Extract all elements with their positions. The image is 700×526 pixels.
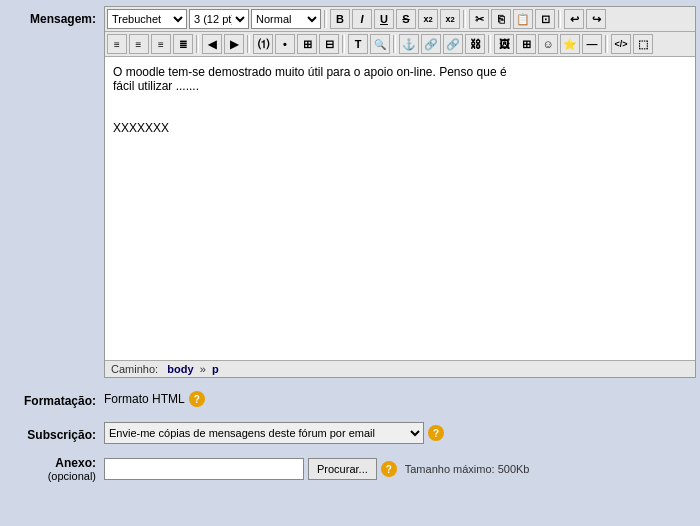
paste-button[interactable]: 📋 — [513, 9, 533, 29]
insert-link2-button[interactable]: 🔗 — [443, 34, 463, 54]
toolbar-sep-2 — [463, 10, 466, 28]
redo-button[interactable]: ↪ — [586, 9, 606, 29]
subscricao-content: Envie-me cópias de mensagens deste fórum… — [104, 422, 444, 444]
toolbar-sep-7 — [393, 35, 396, 53]
font-family-select[interactable]: Trebuchet — [107, 9, 187, 29]
undo-button[interactable]: ↩ — [564, 9, 584, 29]
anexo-label-text: Anexo: — [4, 456, 96, 470]
bold-button[interactable]: B — [330, 9, 350, 29]
ordered-list-button[interactable]: ⑴ — [253, 34, 273, 54]
formatacao-content: Formato HTML ? — [104, 391, 205, 407]
editor-wrapper-cell: Trebuchet 3 (12 pt) Normal B I U S x2 x2 — [104, 6, 696, 378]
strikethrough-button[interactable]: S — [396, 9, 416, 29]
paste-text-button[interactable]: ⊡ — [535, 9, 555, 29]
statusbar-body-link[interactable]: body — [167, 363, 193, 375]
style-select[interactable]: Normal — [251, 9, 321, 29]
format-value: Formato HTML — [104, 392, 185, 406]
align-justify-button[interactable]: ≣ — [173, 34, 193, 54]
formatacao-label: Formatação: — [4, 390, 104, 408]
toolbar-sep-8 — [488, 35, 491, 53]
insert-media-button[interactable]: ⭐ — [560, 34, 580, 54]
font-size-select[interactable]: 3 (12 pt) — [189, 9, 249, 29]
toolbar-sep-6 — [342, 35, 345, 53]
editor-statusbar: Caminho: body » p — [105, 360, 695, 377]
statusbar-sep: » — [200, 363, 206, 375]
insert-char-button[interactable]: T — [348, 34, 368, 54]
toolbar-row-2: ≡ ≡ ≡ ≣ ◀ ▶ ⑴ • ⊞ ⊟ T 🔍 ⚓ — [105, 32, 695, 57]
list-props-button[interactable]: ⊞ — [297, 34, 317, 54]
subscript-button[interactable]: x2 — [418, 9, 438, 29]
anexo-help-icon[interactable]: ? — [381, 461, 397, 477]
align-center-button[interactable]: ≡ — [129, 34, 149, 54]
mensagem-label: Mensagem: — [4, 6, 104, 26]
toolbar-sep-5 — [247, 35, 250, 53]
underline-button[interactable]: U — [374, 9, 394, 29]
anexo-content: Procurar... ? Tamanho máximo: 500Kb — [104, 458, 529, 480]
statusbar-path-label: Caminho: — [111, 363, 158, 375]
editor-wrapper: Trebuchet 3 (12 pt) Normal B I U S x2 x2 — [104, 6, 696, 378]
unordered-list-button[interactable]: • — [275, 34, 295, 54]
insert-smiley-button[interactable]: ☺ — [538, 34, 558, 54]
superscript-button[interactable]: x2 — [440, 9, 460, 29]
browse-label: Procurar... — [317, 463, 368, 475]
subscricao-row: Subscrição: Envie-me cópias de mensagens… — [0, 418, 700, 448]
source-code-button[interactable]: </> — [611, 34, 631, 54]
anexo-note: Tamanho máximo: 500Kb — [405, 463, 530, 475]
anexo-file-input[interactable] — [104, 458, 304, 480]
align-right-button[interactable]: ≡ — [151, 34, 171, 54]
editor-textarea[interactable]: O moodle tem-se demostrado muito útil pa… — [105, 57, 695, 357]
copy-button[interactable]: ⎘ — [491, 9, 511, 29]
fullscreen-button[interactable]: ⬚ — [633, 34, 653, 54]
toolbar-sep-4 — [196, 35, 199, 53]
formatacao-help-icon[interactable]: ? — [189, 391, 205, 407]
italic-button[interactable]: I — [352, 9, 372, 29]
statusbar-p-link[interactable]: p — [212, 363, 219, 375]
outdent-button[interactable]: ◀ — [202, 34, 222, 54]
anexo-sublabel-text: (opcional) — [4, 470, 96, 482]
anexo-label: Anexo: (opcional) — [4, 456, 104, 482]
subscricao-label-text: Subscrição: — [27, 428, 96, 442]
subscricao-label: Subscrição: — [4, 424, 104, 442]
insert-rule-button[interactable]: — — [582, 34, 602, 54]
cut-button[interactable]: ✂ — [469, 9, 489, 29]
list-unprops-button[interactable]: ⊟ — [319, 34, 339, 54]
toolbar-row-1: Trebuchet 3 (12 pt) Normal B I U S x2 x2 — [105, 7, 695, 32]
toolbar-sep-1 — [324, 10, 327, 28]
insert-image-button[interactable]: 🖼 — [494, 34, 514, 54]
subscricao-select[interactable]: Envie-me cópias de mensagens deste fórum… — [104, 422, 424, 444]
mensagem-text: Mensagem: — [30, 12, 96, 26]
anexo-row: Anexo: (opcional) Procurar... ? Tamanho … — [0, 452, 700, 486]
toolbar-sep-3 — [558, 10, 561, 28]
subscricao-help-icon[interactable]: ? — [428, 425, 444, 441]
formatacao-row: Formatação: Formato HTML ? — [0, 384, 700, 414]
indent-button[interactable]: ▶ — [224, 34, 244, 54]
align-left-button[interactable]: ≡ — [107, 34, 127, 54]
insert-link-button[interactable]: 🔗 — [421, 34, 441, 54]
browse-button[interactable]: Procurar... — [308, 458, 377, 480]
formatacao-label-text: Formatação: — [24, 394, 96, 408]
insert-table-button[interactable]: ⊞ — [516, 34, 536, 54]
insert-anchor-button[interactable]: ⚓ — [399, 34, 419, 54]
search-replace-button[interactable]: 🔍 — [370, 34, 390, 54]
unlink-button[interactable]: ⛓ — [465, 34, 485, 54]
toolbar-sep-9 — [605, 35, 608, 53]
